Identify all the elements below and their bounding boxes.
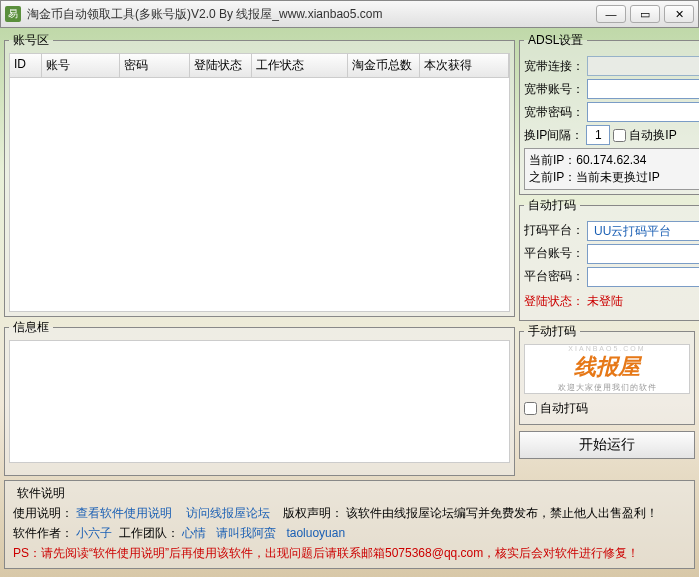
col-work-status[interactable]: 工作状态	[252, 54, 348, 77]
app-icon: 易	[5, 6, 21, 22]
mancap-group: 手动打码 XIANBAO5.COM 线报屋 欢迎大家使用我们的软件 自动打码	[519, 323, 695, 425]
help-team2-link[interactable]: 请叫我阿蛮	[216, 526, 276, 540]
help-team1-link[interactable]: 心情	[182, 526, 206, 540]
help-team-label: 工作团队：	[119, 526, 179, 540]
close-button[interactable]: ✕	[664, 5, 694, 23]
curip-value: 60.174.62.34	[576, 153, 646, 167]
cap-acct-input[interactable]	[587, 244, 699, 264]
captcha-sub: 欢迎大家使用我们的软件	[558, 382, 657, 393]
autocap-label: 自动打码	[540, 400, 588, 417]
cap-platform-label: 打码平台：	[524, 222, 584, 239]
help-copyright-label: 版权声明：	[283, 506, 343, 520]
accounts-group: 账号区 ID 账号 密码 登陆状态 工作状态 淘金币总数 本次获得	[4, 32, 515, 317]
adsl-conn-select[interactable]	[587, 56, 699, 76]
captcha-url: XIANBAO5.COM	[568, 345, 645, 352]
col-password[interactable]: 密码	[120, 54, 190, 77]
window-title: 淘金币自动领取工具(多账号版)V2.0 By 线报屋_www.xianbao5.…	[27, 6, 596, 23]
col-id[interactable]: ID	[10, 54, 42, 77]
info-textarea[interactable]	[9, 340, 510, 463]
cap-status-value: 未登陆	[587, 293, 698, 310]
adsl-pwd-label: 宽带密码：	[524, 104, 584, 121]
maximize-button[interactable]: ▭	[630, 5, 660, 23]
accounts-legend: 账号区	[9, 32, 53, 49]
help-copyright-text: 该软件由线报屋论坛编写并免费发布，禁止他人出售盈利！	[346, 506, 658, 520]
col-login-status[interactable]: 登陆状态	[190, 54, 252, 77]
help-usage-link[interactable]: 查看软件使用说明	[76, 506, 172, 520]
adsl-autoip-label: 自动换IP	[629, 127, 676, 144]
help-legend: 软件说明	[13, 485, 69, 502]
help-team3-link[interactable]: taoluoyuan	[286, 526, 345, 540]
start-button[interactable]: 开始运行	[519, 431, 695, 459]
ip-info-box: 当前IP：60.174.62.34 之前IP：当前未更换过IP	[524, 148, 699, 190]
help-author-link[interactable]: 小六子	[76, 526, 112, 540]
help-group: 软件说明 使用说明： 查看软件使用说明 访问线报屋论坛 版权声明： 该软件由线报…	[13, 485, 686, 564]
col-coin-total[interactable]: 淘金币总数	[348, 54, 420, 77]
col-account[interactable]: 账号	[42, 54, 120, 77]
help-forum-link[interactable]: 访问线报屋论坛	[186, 506, 270, 520]
curip-label: 当前IP：	[529, 153, 576, 167]
cap-acct-label: 平台账号：	[524, 245, 584, 262]
adsl-ipgap-input[interactable]	[586, 125, 610, 145]
adsl-conn-label: 宽带连接：	[524, 58, 584, 75]
preip-value: 当前未更换过IP	[576, 170, 659, 184]
preip-label: 之前IP：	[529, 170, 576, 184]
adsl-ipgap-label: 换IP间隔：	[524, 127, 583, 144]
mancap-legend: 手动打码	[524, 323, 580, 340]
adsl-group: ADSL设置 宽带连接： 宽带账号： 宽带密码： 换IP间隔： 自动换IP 当前…	[519, 32, 699, 195]
adsl-legend: ADSL设置	[524, 32, 587, 49]
minimize-button[interactable]: —	[596, 5, 626, 23]
info-group: 信息框	[4, 319, 515, 476]
captcha-brand: 线报屋	[574, 352, 640, 382]
cap-status-label: 登陆状态：	[524, 293, 584, 310]
titlebar: 易 淘金币自动领取工具(多账号版)V2.0 By 线报屋_www.xianbao…	[0, 0, 699, 28]
help-ps-text: PS：请先阅读“软件使用说明”后再使用该软件，出现问题后请联系邮箱5075368…	[13, 544, 686, 562]
adsl-autoip-checkbox[interactable]	[613, 129, 626, 142]
adsl-acct-label: 宽带账号：	[524, 81, 584, 98]
col-this-gain[interactable]: 本次获得	[420, 54, 509, 77]
help-usage-label: 使用说明：	[13, 506, 73, 520]
cap-platform-select[interactable]: UU云打码平台	[587, 221, 699, 241]
cap-pwd-input[interactable]	[587, 267, 699, 287]
captcha-image: XIANBAO5.COM 线报屋 欢迎大家使用我们的软件	[524, 344, 690, 394]
autocap-checkbox[interactable]	[524, 402, 537, 415]
adsl-pwd-input[interactable]	[587, 102, 699, 122]
adsl-acct-input[interactable]	[587, 79, 699, 99]
accounts-table-body[interactable]	[9, 78, 510, 312]
accounts-table-header: ID 账号 密码 登陆状态 工作状态 淘金币总数 本次获得	[9, 53, 510, 78]
autocap-group: 自动打码 打码平台：UU云打码平台 平台账号： 平台密码： 登陆状态： 未登陆 …	[519, 197, 699, 321]
help-author-label: 软件作者：	[13, 526, 73, 540]
autocap-legend: 自动打码	[524, 197, 580, 214]
info-legend: 信息框	[9, 319, 53, 336]
cap-pwd-label: 平台密码：	[524, 268, 584, 285]
